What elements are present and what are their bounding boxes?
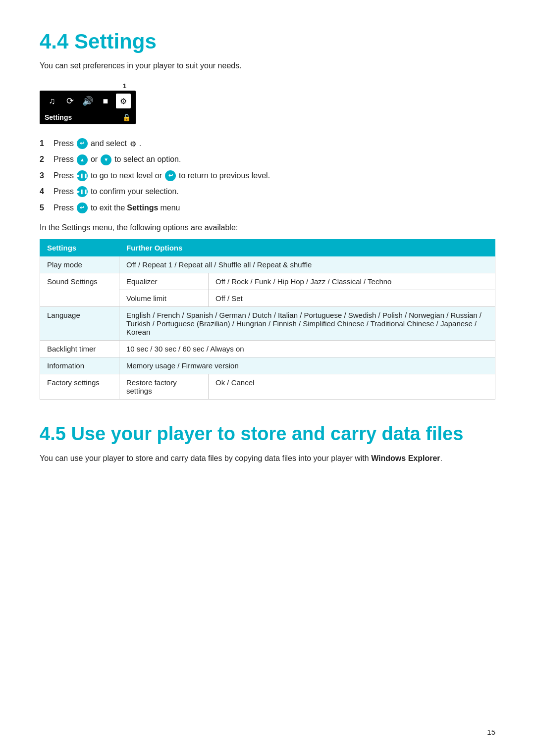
device-mockup: 1 ♫ ⟳ 🔊 ■ ⚙ Settings 🔒 [40, 82, 136, 124]
table-row-information: Information Memory usage / Firmware vers… [40, 357, 495, 374]
cell-sound-eq-sub: Equalizer [119, 273, 209, 290]
down-icon-step2: ▼ [101, 154, 111, 165]
step-1: 1 Press ↩ and select ⚙. [40, 138, 495, 149]
step-5-text: Press ↩ to exit the Settings menu [54, 202, 180, 213]
cell-sound-vol-options: Off / Set [209, 290, 495, 306]
page-number: 15 [487, 728, 495, 736]
cell-language-options: English / French / Spanish / German / Du… [119, 306, 495, 340]
repeat-icon: ⟳ [62, 94, 77, 108]
step-4: 4 Press ▶❚❚ to confirm your selection. [40, 186, 495, 197]
device-mockup-area: 1 ♫ ⟳ 🔊 ■ ⚙ Settings 🔒 [40, 82, 495, 124]
step-2: 2 Press ▲ or ▼ to select an option. [40, 154, 495, 165]
table-row-language: Language English / French / Spanish / Ge… [40, 306, 495, 340]
device-lock-icon: 🔒 [122, 113, 131, 121]
device-label-text: Settings [45, 113, 72, 121]
section-45-intro-end: . [440, 454, 442, 462]
step-2-number: 2 [40, 154, 54, 165]
home-icon-step3: ↩ [165, 170, 176, 181]
available-text: In the Settings menu, the following opti… [40, 223, 495, 232]
table-row-playmode: Play mode Off / Repeat 1 / Repeat all / … [40, 256, 495, 273]
table-header-settings: Settings [40, 239, 119, 256]
cell-information-setting: Information [40, 357, 119, 374]
cell-sound-eq-options: Off / Rock / Funk / Hip Hop / Jazz / Cla… [209, 273, 495, 290]
settings-table: Settings Further Options Play mode Off /… [40, 239, 495, 400]
section-45-heading: 4.5 Use your player to store and carry d… [40, 423, 495, 445]
up-icon-step2: ▲ [77, 154, 88, 165]
step-2-text: Press ▲ or ▼ to select an option. [54, 154, 181, 165]
step-3: 3 Press ▶❚❚ to go to next level or ↩ to … [40, 170, 495, 181]
section-44-heading: 4.4 Settings [40, 30, 495, 53]
section-44-intro: You can set preferences in your player t… [40, 61, 495, 70]
cell-sound-setting: Sound Settings [40, 273, 119, 306]
music-icon: ♫ [45, 94, 59, 108]
playpause-icon-step3a: ▶❚❚ [77, 170, 88, 181]
step-4-number: 4 [40, 186, 54, 197]
step-3-text: Press ▶❚❚ to go to next level or ↩ to re… [54, 170, 270, 181]
steps-list: 1 Press ↩ and select ⚙. 2 Press ▲ or ▼ t… [40, 138, 495, 213]
table-header-further-options: Further Options [119, 239, 495, 256]
step-1-number: 1 [40, 138, 54, 149]
gear-icon-active: ⚙ [116, 94, 131, 108]
cell-playmode-options: Off / Repeat 1 / Repeat all / Shuffle al… [119, 256, 495, 273]
device-number-label: 1 [123, 82, 126, 90]
section-45-intro-text: You can use your player to store and car… [40, 454, 369, 462]
volume-icon: 🔊 [80, 94, 95, 108]
step-4-text: Press ▶❚❚ to confirm your selection. [54, 186, 179, 197]
stop-icon: ■ [98, 94, 113, 108]
windows-explorer-bold: Windows Explorer [371, 454, 440, 462]
table-row-factory: Factory settings Restore factory setting… [40, 374, 495, 399]
cell-factory-setting: Factory settings [40, 374, 119, 399]
settings-bold: Settings [127, 202, 158, 213]
cell-language-setting: Language [40, 306, 119, 340]
cell-backlight-setting: Backlight timer [40, 340, 119, 357]
table-row-backlight: Backlight timer 10 sec / 30 sec / 60 sec… [40, 340, 495, 357]
step-5: 5 Press ↩ to exit the Settings menu [40, 202, 495, 213]
home-icon-step1: ↩ [77, 138, 88, 149]
cell-factory-sub: Restore factory settings [119, 374, 209, 399]
section-45-intro: You can use your player to store and car… [40, 453, 495, 464]
home-icon-step5: ↩ [77, 202, 88, 213]
gear-icon-step1: ⚙ [130, 139, 136, 149]
cell-sound-vol-sub: Volume limit [119, 290, 209, 306]
cell-playmode-setting: Play mode [40, 256, 119, 273]
device-icons-row: ♫ ⟳ 🔊 ■ ⚙ [40, 91, 136, 111]
step-3-number: 3 [40, 170, 54, 181]
step-5-number: 5 [40, 202, 54, 213]
cell-backlight-options: 10 sec / 30 sec / 60 sec / Always on [119, 340, 495, 357]
cell-factory-options: Ok / Cancel [209, 374, 495, 399]
cell-information-options: Memory usage / Firmware version [119, 357, 495, 374]
device-label-row: Settings 🔒 [40, 111, 136, 124]
playpause-icon-step4: ▶❚❚ [77, 186, 88, 197]
table-row-sound-eq: Sound Settings Equalizer Off / Rock / Fu… [40, 273, 495, 290]
step-1-text: Press ↩ and select ⚙. [54, 138, 141, 149]
